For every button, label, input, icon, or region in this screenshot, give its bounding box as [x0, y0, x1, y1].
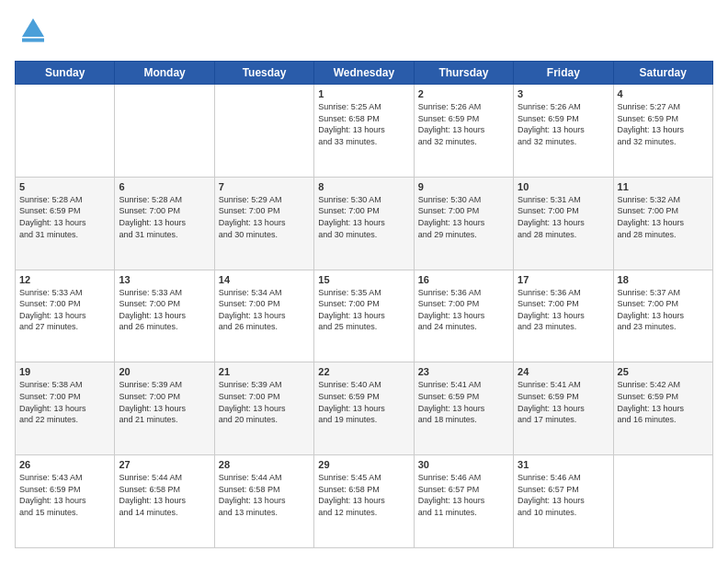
day-header-monday: Monday: [115, 62, 214, 85]
day-info: Sunrise: 5:36 AM Sunset: 7:00 PM Dayligh…: [518, 287, 609, 333]
day-number: 30: [418, 459, 509, 470]
logo-icon: [15, 15, 51, 52]
day-info: Sunrise: 5:41 AM Sunset: 6:59 PM Dayligh…: [518, 379, 609, 425]
day-info: Sunrise: 5:44 AM Sunset: 6:58 PM Dayligh…: [219, 472, 310, 518]
day-info: Sunrise: 5:45 AM Sunset: 6:58 PM Dayligh…: [318, 472, 409, 518]
day-info: Sunrise: 5:44 AM Sunset: 6:58 PM Dayligh…: [119, 472, 210, 518]
calendar-cell: 22Sunrise: 5:40 AM Sunset: 6:59 PM Dayli…: [314, 362, 414, 455]
calendar-cell: 2Sunrise: 5:26 AM Sunset: 6:59 PM Daylig…: [414, 85, 513, 178]
day-header-wednesday: Wednesday: [314, 62, 414, 85]
day-info: Sunrise: 5:34 AM Sunset: 7:00 PM Dayligh…: [219, 287, 310, 333]
day-info: Sunrise: 5:38 AM Sunset: 7:00 PM Dayligh…: [19, 379, 110, 425]
calendar-cell: 7Sunrise: 5:29 AM Sunset: 7:00 PM Daylig…: [214, 177, 313, 270]
calendar-table: SundayMondayTuesdayWednesdayThursdayFrid…: [15, 61, 713, 548]
day-number: 10: [518, 181, 609, 192]
day-number: 28: [219, 459, 310, 470]
day-number: 29: [318, 459, 409, 470]
calendar-cell: 4Sunrise: 5:27 AM Sunset: 6:59 PM Daylig…: [613, 85, 712, 178]
day-number: 14: [219, 274, 310, 285]
calendar-cell: 14Sunrise: 5:34 AM Sunset: 7:00 PM Dayli…: [214, 270, 313, 362]
day-info: Sunrise: 5:40 AM Sunset: 6:59 PM Dayligh…: [318, 379, 409, 425]
day-number: 3: [518, 88, 609, 99]
calendar-cell: [613, 455, 712, 548]
day-info: Sunrise: 5:33 AM Sunset: 7:00 PM Dayligh…: [19, 287, 110, 333]
day-info: Sunrise: 5:37 AM Sunset: 7:00 PM Dayligh…: [618, 287, 709, 333]
week-row-3: 19Sunrise: 5:38 AM Sunset: 7:00 PM Dayli…: [16, 362, 713, 455]
week-row-0: 1Sunrise: 5:25 AM Sunset: 6:58 PM Daylig…: [16, 85, 713, 178]
calendar-cell: 13Sunrise: 5:33 AM Sunset: 7:00 PM Dayli…: [115, 270, 214, 362]
week-row-4: 26Sunrise: 5:43 AM Sunset: 6:59 PM Dayli…: [16, 455, 713, 548]
day-number: 22: [318, 366, 409, 377]
day-number: 27: [119, 459, 210, 470]
day-info: Sunrise: 5:30 AM Sunset: 7:00 PM Dayligh…: [418, 194, 509, 240]
day-info: Sunrise: 5:26 AM Sunset: 6:59 PM Dayligh…: [418, 101, 509, 147]
calendar-cell: 31Sunrise: 5:46 AM Sunset: 6:57 PM Dayli…: [514, 455, 613, 548]
day-number: 23: [418, 366, 509, 377]
day-number: 4: [618, 88, 709, 99]
calendar-cell: [214, 85, 313, 178]
calendar-cell: 21Sunrise: 5:39 AM Sunset: 7:00 PM Dayli…: [214, 362, 313, 455]
calendar-cell: 20Sunrise: 5:39 AM Sunset: 7:00 PM Dayli…: [115, 362, 214, 455]
day-number: 7: [219, 181, 310, 192]
day-number: 18: [618, 274, 709, 285]
day-info: Sunrise: 5:30 AM Sunset: 7:00 PM Dayligh…: [318, 194, 409, 240]
day-number: 20: [119, 366, 210, 377]
day-number: 8: [318, 181, 409, 192]
day-info: Sunrise: 5:28 AM Sunset: 6:59 PM Dayligh…: [19, 194, 110, 240]
day-number: 15: [318, 274, 409, 285]
calendar-cell: 12Sunrise: 5:33 AM Sunset: 7:00 PM Dayli…: [16, 270, 115, 362]
day-info: Sunrise: 5:25 AM Sunset: 6:58 PM Dayligh…: [318, 101, 409, 147]
day-number: 24: [518, 366, 609, 377]
calendar-cell: 15Sunrise: 5:35 AM Sunset: 7:00 PM Dayli…: [314, 270, 414, 362]
day-info: Sunrise: 5:46 AM Sunset: 6:57 PM Dayligh…: [518, 472, 609, 518]
day-info: Sunrise: 5:29 AM Sunset: 7:00 PM Dayligh…: [219, 194, 310, 240]
calendar-cell: [16, 85, 115, 178]
week-row-1: 5Sunrise: 5:28 AM Sunset: 6:59 PM Daylig…: [16, 177, 713, 270]
calendar-cell: 5Sunrise: 5:28 AM Sunset: 6:59 PM Daylig…: [16, 177, 115, 270]
calendar-cell: 29Sunrise: 5:45 AM Sunset: 6:58 PM Dayli…: [314, 455, 414, 548]
day-info: Sunrise: 5:33 AM Sunset: 7:00 PM Dayligh…: [119, 287, 210, 333]
calendar-cell: [115, 85, 214, 178]
day-number: 5: [19, 181, 110, 192]
svg-marker-0: [22, 18, 44, 37]
week-row-2: 12Sunrise: 5:33 AM Sunset: 7:00 PM Dayli…: [16, 270, 713, 362]
calendar-cell: 18Sunrise: 5:37 AM Sunset: 7:00 PM Dayli…: [613, 270, 712, 362]
day-header-saturday: Saturday: [613, 62, 712, 85]
day-number: 6: [119, 181, 210, 192]
day-header-tuesday: Tuesday: [214, 62, 313, 85]
day-info: Sunrise: 5:42 AM Sunset: 6:59 PM Dayligh…: [618, 379, 709, 425]
day-number: 17: [518, 274, 609, 285]
day-number: 9: [418, 181, 509, 192]
day-info: Sunrise: 5:26 AM Sunset: 6:59 PM Dayligh…: [518, 101, 609, 147]
logo: [15, 15, 55, 52]
calendar-cell: 16Sunrise: 5:36 AM Sunset: 7:00 PM Dayli…: [414, 270, 513, 362]
day-number: 11: [618, 181, 709, 192]
day-info: Sunrise: 5:43 AM Sunset: 6:59 PM Dayligh…: [19, 472, 110, 518]
calendar-cell: 25Sunrise: 5:42 AM Sunset: 6:59 PM Dayli…: [613, 362, 712, 455]
calendar-cell: 27Sunrise: 5:44 AM Sunset: 6:58 PM Dayli…: [115, 455, 214, 548]
day-number: 1: [318, 88, 409, 99]
calendar-header-row: SundayMondayTuesdayWednesdayThursdayFrid…: [16, 62, 713, 85]
day-info: Sunrise: 5:46 AM Sunset: 6:57 PM Dayligh…: [418, 472, 509, 518]
calendar-cell: 23Sunrise: 5:41 AM Sunset: 6:59 PM Dayli…: [414, 362, 513, 455]
calendar-cell: 1Sunrise: 5:25 AM Sunset: 6:58 PM Daylig…: [314, 85, 414, 178]
calendar-cell: 24Sunrise: 5:41 AM Sunset: 6:59 PM Dayli…: [514, 362, 613, 455]
calendar-cell: 9Sunrise: 5:30 AM Sunset: 7:00 PM Daylig…: [414, 177, 513, 270]
calendar-cell: 19Sunrise: 5:38 AM Sunset: 7:00 PM Dayli…: [16, 362, 115, 455]
day-info: Sunrise: 5:28 AM Sunset: 7:00 PM Dayligh…: [119, 194, 210, 240]
day-number: 12: [19, 274, 110, 285]
calendar-cell: 26Sunrise: 5:43 AM Sunset: 6:59 PM Dayli…: [16, 455, 115, 548]
day-info: Sunrise: 5:31 AM Sunset: 7:00 PM Dayligh…: [518, 194, 609, 240]
day-info: Sunrise: 5:35 AM Sunset: 7:00 PM Dayligh…: [318, 287, 409, 333]
day-info: Sunrise: 5:36 AM Sunset: 7:00 PM Dayligh…: [418, 287, 509, 333]
calendar-cell: 6Sunrise: 5:28 AM Sunset: 7:00 PM Daylig…: [115, 177, 214, 270]
day-number: 16: [418, 274, 509, 285]
calendar-cell: 3Sunrise: 5:26 AM Sunset: 6:59 PM Daylig…: [514, 85, 613, 178]
day-header-thursday: Thursday: [414, 62, 513, 85]
day-number: 19: [19, 366, 110, 377]
calendar-cell: 30Sunrise: 5:46 AM Sunset: 6:57 PM Dayli…: [414, 455, 513, 548]
day-number: 2: [418, 88, 509, 99]
day-info: Sunrise: 5:39 AM Sunset: 7:00 PM Dayligh…: [219, 379, 310, 425]
day-info: Sunrise: 5:27 AM Sunset: 6:59 PM Dayligh…: [618, 101, 709, 147]
calendar-cell: 17Sunrise: 5:36 AM Sunset: 7:00 PM Dayli…: [514, 270, 613, 362]
